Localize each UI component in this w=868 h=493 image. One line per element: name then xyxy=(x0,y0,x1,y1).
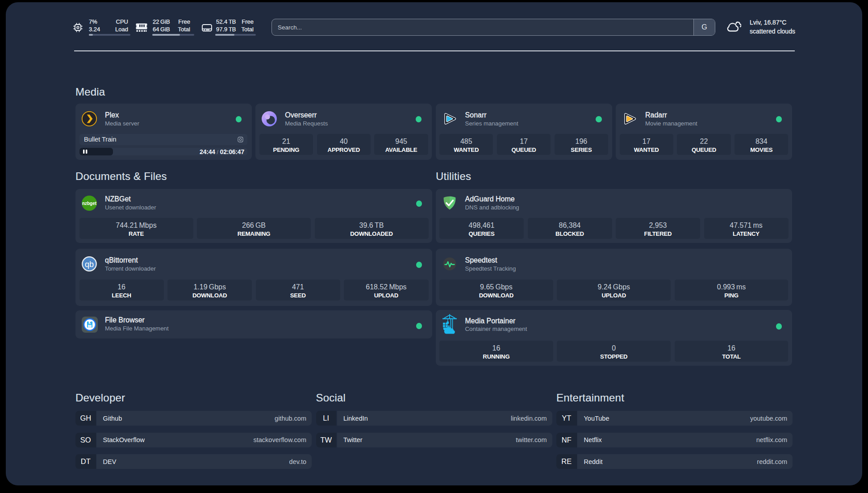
svg-text:nzbget: nzbget xyxy=(82,201,97,206)
svg-text:qb: qb xyxy=(85,260,94,269)
